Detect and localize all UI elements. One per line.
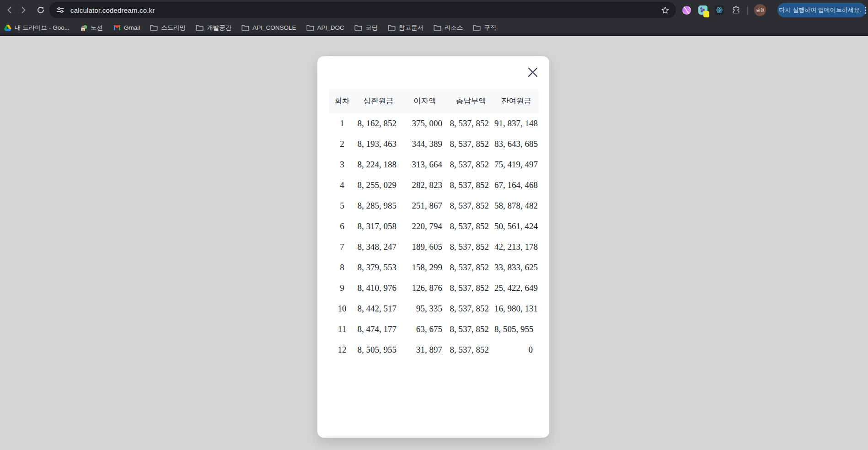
cell-remaining-principal: 0 [494, 339, 538, 360]
cell-principal: 8, 474, 177 [355, 319, 402, 339]
table-body: 1 8, 162, 852 375, 000 8, 537, 852 91, 8… [329, 113, 538, 360]
table-row: 4 8, 255, 029 282, 823 8, 537, 852 67, 1… [329, 175, 538, 195]
cell-remaining-principal: 75, 419, 497 [494, 154, 538, 175]
folder-icon [150, 24, 158, 32]
cell-total-payment: 8, 537, 852 [448, 113, 494, 134]
folder-icon [241, 24, 249, 32]
react-devtools-icon[interactable] [714, 5, 724, 15]
cell-total-payment: 8, 537, 852 [448, 175, 494, 195]
cell-remaining-principal: 83, 643, 685 [494, 134, 538, 154]
cell-interest: 344, 389 [402, 134, 448, 154]
cell-installment: 12 [329, 339, 355, 360]
folder-icon [434, 24, 441, 32]
cell-installment: 7 [329, 236, 355, 257]
header-principal: 상환원금 [355, 89, 402, 113]
page-background: 회차 상환원금 이자액 총납부액 잔여원금 1 8, 162, 852 375,… [0, 37, 868, 450]
grape-extension-icon[interactable] [698, 5, 708, 15]
cell-interest: 375, 000 [402, 113, 448, 134]
header-total-payment: 총납부액 [448, 89, 494, 113]
cell-total-payment: 8, 537, 852 [448, 154, 494, 175]
cell-total-payment: 8, 537, 852 [448, 319, 494, 339]
bookmark-item[interactable]: API_DOC [306, 24, 344, 32]
cell-installment: 10 [329, 298, 355, 319]
bookmark-label: 구직 [484, 24, 496, 32]
bookmark-star-icon[interactable] [659, 5, 670, 16]
bookmark-item[interactable]: 스트리밍 [150, 24, 186, 32]
table-row: 10 8, 442, 517 95, 335 8, 537, 852 16, 9… [329, 298, 538, 319]
cell-installment: 8 [329, 257, 355, 278]
cell-interest: 126, 876 [402, 278, 448, 298]
site-info-icon[interactable] [55, 5, 66, 16]
cell-total-payment: 8, 537, 852 [448, 236, 494, 257]
cell-total-payment: 8, 537, 852 [448, 339, 494, 360]
cell-total-payment: 8, 537, 852 [448, 216, 494, 236]
cell-principal: 8, 505, 955 [355, 339, 402, 360]
purple-extension-icon[interactable] [681, 5, 691, 15]
cell-remaining-principal: 67, 164, 468 [494, 175, 538, 195]
cell-principal: 8, 348, 247 [355, 236, 402, 257]
extensions-puzzle-icon[interactable] [731, 5, 741, 15]
bookmark-label: 코딩 [365, 24, 378, 32]
table-row: 11 8, 474, 177 63, 675 8, 537, 852 8, 50… [329, 319, 538, 339]
browser-menu-icon[interactable] [865, 7, 866, 14]
cell-installment: 6 [329, 216, 355, 236]
profile-avatar[interactable]: 승현 [754, 4, 766, 16]
bookmark-label: 노션 [91, 24, 103, 32]
table-row: 9 8, 410, 976 126, 876 8, 537, 852 25, 4… [329, 278, 538, 298]
bookmark-item[interactable]: 노션 [80, 24, 103, 32]
bookmark-label: API_CONSOLE [252, 24, 296, 31]
cell-remaining-principal: 58, 878, 482 [494, 195, 538, 216]
forward-button[interactable] [16, 3, 30, 17]
bookmark-item[interactable]: 구직 [473, 24, 496, 32]
bookmark-item[interactable]: API_CONSOLE [241, 24, 296, 32]
address-bar[interactable]: calculator.codedream.co.kr [49, 2, 676, 18]
amortization-table-wrap: 회차 상환원금 이자액 총납부액 잔여원금 1 8, 162, 852 375,… [329, 89, 538, 360]
cell-total-payment: 8, 537, 852 [448, 298, 494, 319]
back-button[interactable] [3, 3, 16, 17]
bookmark-item[interactable]: 내 드라이브 - Goo... [4, 24, 70, 32]
amortization-table: 회차 상환원금 이자액 총납부액 잔여원금 1 8, 162, 852 375,… [329, 89, 538, 360]
bookmark-label: 개발공간 [207, 24, 231, 32]
house-icon [80, 24, 87, 32]
cell-total-payment: 8, 537, 852 [448, 134, 494, 154]
back-icon [5, 5, 14, 15]
bookmark-item[interactable]: 개발공간 [196, 24, 231, 32]
bookmark-item[interactable]: 리소스 [434, 24, 463, 32]
cell-principal: 8, 410, 976 [355, 278, 402, 298]
bookmark-label: 참고문서 [399, 24, 423, 32]
folder-icon [473, 24, 481, 32]
bookmark-item[interactable]: 코딩 [354, 24, 378, 32]
bookmark-label: Gmail [124, 24, 140, 31]
amortization-modal: 회차 상환원금 이자액 총납부액 잔여원금 1 8, 162, 852 375,… [317, 56, 549, 438]
cell-remaining-principal: 25, 422, 649 [494, 278, 538, 298]
bookmark-item[interactable]: 참고문서 [388, 24, 423, 32]
gmail-icon [113, 24, 121, 32]
header-installment: 회차 [329, 89, 355, 113]
table-row: 5 8, 285, 985 251, 867 8, 537, 852 58, 8… [329, 195, 538, 216]
cell-interest: 282, 823 [402, 175, 448, 195]
folder-icon [388, 24, 396, 32]
url-text[interactable]: calculator.codedream.co.kr [70, 6, 155, 14]
bookmark-item[interactable]: Gmail [113, 24, 140, 32]
cell-remaining-principal: 50, 561, 424 [494, 216, 538, 236]
cell-interest: 158, 299 [402, 257, 448, 278]
bookmark-label: API_DOC [317, 24, 344, 31]
header-remaining-principal: 잔여원금 [494, 89, 538, 113]
cell-remaining-principal: 42, 213, 178 [494, 236, 538, 257]
folder-icon [306, 24, 314, 32]
cell-installment: 2 [329, 134, 355, 154]
cell-installment: 11 [329, 319, 355, 339]
cell-interest: 251, 867 [402, 195, 448, 216]
refresh-button[interactable] [34, 3, 48, 17]
table-row: 1 8, 162, 852 375, 000 8, 537, 852 91, 8… [329, 113, 538, 134]
table-row: 3 8, 224, 188 313, 664 8, 537, 852 75, 4… [329, 154, 538, 175]
cell-principal: 8, 317, 058 [355, 216, 402, 236]
cell-principal: 8, 379, 553 [355, 257, 402, 278]
update-chrome-button[interactable]: 다시 실행하여 업데이트하세요. [777, 3, 866, 17]
close-button[interactable] [526, 66, 539, 79]
table-row: 7 8, 348, 247 189, 605 8, 537, 852 42, 2… [329, 236, 538, 257]
cell-installment: 5 [329, 195, 355, 216]
cell-interest: 63, 675 [402, 319, 448, 339]
cell-interest: 313, 664 [402, 154, 448, 175]
folder-icon [196, 24, 204, 32]
